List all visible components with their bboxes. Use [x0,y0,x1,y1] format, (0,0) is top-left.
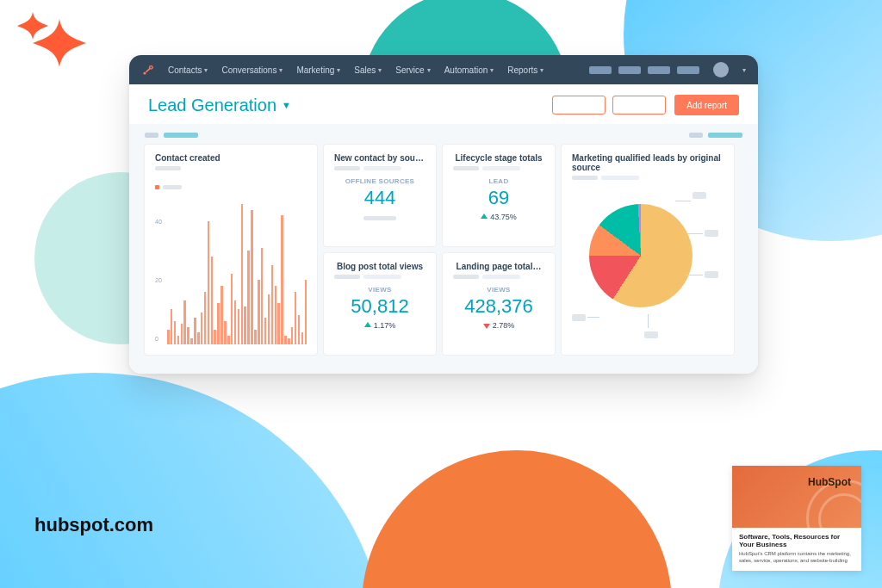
card-title: Contact created [155,153,307,163]
chevron-down-icon: ▾ [279,66,283,74]
card-contact-created: Contact created 02040 [145,145,317,355]
card-marketing-qualified-leads: Marketing qualified leads by original so… [562,145,734,355]
triangle-up-icon [364,322,371,327]
promo-brand: HubSpot [808,476,851,488]
chevron-down-icon[interactable]: ▾ [742,66,746,74]
pie-legend-chip [572,314,586,321]
placeholder [145,133,158,138]
bg-blob-bottom-left [0,373,388,588]
nav-placeholder [589,66,612,74]
kpi-label: LEAD [453,177,544,185]
kpi-label: OFFLINE SOURCES [334,177,425,185]
dashboard-switcher[interactable]: Lead Generation ▼ [148,96,291,115]
page-title: Lead Generation [148,96,276,115]
card-title: Lifecycle stage totals [453,153,544,163]
nav-sales[interactable]: Sales▾ [348,65,388,75]
avatar[interactable] [713,62,729,77]
pie-legend-chip [705,230,718,237]
bar-chart: 02040 [155,198,307,344]
kpi-label: VIEWS [453,286,544,294]
sparkle-icon [12,10,88,79]
chevron-down-icon: ▾ [427,66,431,74]
placeholder [708,133,742,138]
card-lifecycle-stage: Lifecycle stage totals LEAD 69 43.75% [443,145,555,246]
top-nav: Contacts▾ Conversations▾ Marketing▾ Sale… [129,55,758,84]
app-window: Contacts▾ Conversations▾ Marketing▾ Sale… [129,55,758,374]
pie-chart [572,189,724,344]
card-landing-page-views: Landing page total… VIEWS 428,376 2.78% [443,253,555,355]
pie-legend-chip [644,331,658,338]
promo-text: HubSpot's CRM platform contains the mark… [739,551,854,564]
kpi-label: VIEWS [334,286,425,294]
chevron-down-icon: ▼ [282,100,291,110]
kpi-value: 50,812 [334,295,425,318]
card-new-contact-by-source: New contact by source OFFLINE SOURCES 44… [324,145,436,246]
source-label: hubspot.com [34,514,153,536]
chevron-down-icon: ▾ [337,66,340,74]
placeholder [689,133,703,138]
pie-legend-chip [705,271,718,278]
svg-point-0 [143,71,146,74]
nav-conversations[interactable]: Conversations▾ [215,65,289,75]
triangle-up-icon [481,214,488,219]
nav-placeholder [677,66,699,74]
kpi-value: 444 [334,187,425,209]
legend-placeholder [163,185,182,189]
dashboard-body: Contact created 02040 New contact by sou… [129,124,758,374]
nav-automation[interactable]: Automation▾ [438,65,500,75]
kpi-delta: 43.75% [453,213,544,221]
promo-title: Software, Tools, Resources for Your Busi… [739,533,854,549]
placeholder [164,133,198,138]
svg-rect-2 [146,68,151,72]
nav-placeholder [648,66,670,74]
header-ghost-button[interactable] [552,96,606,115]
nav-reports[interactable]: Reports▾ [501,65,550,75]
promo-hero: HubSpot [732,466,861,528]
svg-point-3 [150,66,152,68]
nav-service[interactable]: Service▾ [389,65,436,75]
card-title: New contact by source [334,153,425,163]
nav-placeholder [618,66,641,74]
chevron-down-icon: ▾ [490,66,494,74]
pie-legend-chip [693,192,706,199]
chevron-down-icon: ▾ [204,66,208,74]
nav-contacts[interactable]: Contacts▾ [162,65,214,75]
header-ghost-button[interactable] [612,96,666,115]
placeholder [363,216,396,220]
nav-marketing[interactable]: Marketing▾ [290,65,346,75]
card-title: Landing page total… [453,262,544,271]
chevron-down-icon: ▾ [378,66,382,74]
promo-card: HubSpot Software, Tools, Resources for Y… [732,466,861,571]
kpi-delta: 2.78% [453,321,544,330]
add-report-button[interactable]: Add report [674,95,739,115]
card-title: Blog post total views [334,262,425,271]
legend-dot [155,185,159,189]
card-title: Marketing qualified leads by original so… [572,153,724,172]
kpi-delta: 1.17% [334,321,425,330]
filter-row [145,133,742,138]
bg-blob-orange [362,450,672,588]
chevron-down-icon: ▾ [540,66,543,74]
card-blog-post-views: Blog post total views VIEWS 50,812 1.17% [324,253,436,355]
kpi-value: 69 [453,187,544,209]
triangle-down-icon [483,324,490,329]
page-header: Lead Generation ▼ Add report [129,84,758,124]
kpi-value: 428,376 [453,295,544,318]
hubspot-logo-icon [141,63,155,77]
